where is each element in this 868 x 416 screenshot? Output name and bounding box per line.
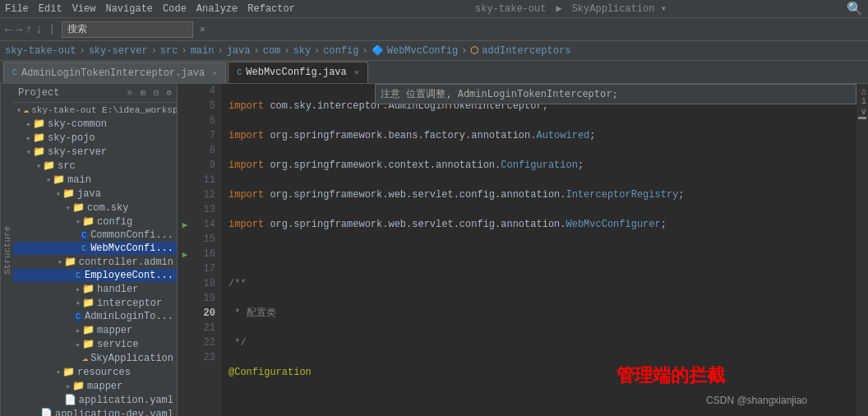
tree-config[interactable]: ▾ 📁 config [13,215,177,229]
menu-refactor[interactable]: Refactor [247,3,295,15]
nav-main[interactable]: main [191,45,215,57]
menu-file[interactable]: File [5,3,29,15]
tree-resources[interactable]: ▾ 📁 resources [13,365,177,379]
nav-config[interactable]: config [323,45,358,57]
tree-application-yaml[interactable]: 📄 application.yaml [13,393,177,407]
code-line-9: /** [229,276,856,291]
nav-com[interactable]: com [263,45,281,57]
gutter-6 [178,158,192,173]
tree-controller-admin[interactable]: ▾ 📁 controller.admin [13,255,177,269]
tree-sky-common[interactable]: ▸ 📁 sky-common [13,117,177,131]
tree-res-mapper[interactable]: ▸ 📁 mapper [13,379,177,393]
structure-tab[interactable]: Structure [0,84,13,416]
menu-code[interactable]: Code [163,3,187,15]
code-line-6: import org.springframework.web.servlet.c… [229,187,856,202]
menu-view[interactable]: View [72,3,96,15]
code-line-11: @Configuration [229,365,856,380]
tree-main[interactable]: ▾ 📁 main [13,173,177,187]
gutter-run[interactable]: ▶ [178,217,192,232]
csdn-watermark: CSDN @shangxianjiao [706,393,807,408]
nav-src[interactable]: src [160,45,178,57]
tree-service[interactable]: ▸ 📁 service [13,337,177,351]
code-line-4: import org.springframework.beans.factory… [229,128,856,143]
gutter-icons: ▶ ▶ [178,84,192,416]
scrollbar-area[interactable]: △ 1 ∨ [856,84,868,416]
menu-navigate[interactable]: Navigate [105,3,153,15]
sidebar-header: Project ≡ ⊞ ⊟ ⚙ [13,84,177,103]
tab-close-1[interactable]: ✕ [212,68,217,78]
gutter-run2[interactable]: ▶ [178,247,192,261]
gutter-2 [178,99,192,113]
menu-bar: File Edit View Navigate Code Analyze Ref… [0,0,868,18]
code-content[interactable]: import com.sky.interceptor.AdminLoginTok… [222,84,856,416]
tree-java[interactable]: ▾ 📁 java [13,187,177,201]
tab-close-2[interactable]: ✕ [354,67,359,77]
tree-src[interactable]: ▾ 📁 src [13,159,177,173]
tree-mapper[interactable]: ▸ 📁 mapper [13,323,177,337]
menu-edit[interactable]: Edit [39,3,62,15]
tree-webmvcconfi[interactable]: C WebMvcConfi... [13,242,177,255]
gutter-4 [178,128,192,143]
tab-label-2: WebMvcConfig.java [246,67,346,78]
gutter-5 [178,143,192,158]
code-line-10a: * 配置类 [229,306,856,321]
code-line-10b: */ [229,335,856,350]
nav-webmvcconfig[interactable]: WebMvcConfig [387,45,458,57]
nav-addinterceptors[interactable]: addInterceptors [482,45,570,57]
tab-webmvcconfig[interactable]: C WebMvcConfig.java ✕ [228,62,367,83]
gutter-3 [178,113,192,128]
nav-breadcrumb: sky-take-out › sky-server › src › main ›… [0,41,868,61]
tab-admin-login-interceptor[interactable]: C AdminLoginTokenInterceptor.java ✕ [3,62,226,83]
project-label: Project [18,87,59,99]
tree-com-sky[interactable]: ▾ 📁 com.sky [13,201,177,215]
tree-skyapplication[interactable]: ☁ SkyApplication [13,351,177,365]
gutter-8 [178,187,192,202]
nav-java[interactable]: java [227,45,251,57]
search-bar: ← → ↑ ↓ | ✕ [0,18,868,41]
code-line-8 [229,247,856,261]
tree-sky-pojo[interactable]: ▸ 📁 sky-pojo [13,131,177,145]
tree-employeecont[interactable]: C EmployeeCont... [13,269,177,282]
popup-tooltip: 注意 位置调整, AdminLoginTokenInterceptor; [375,84,856,104]
tree-commonconfi[interactable]: C CommonConfi... [13,229,177,242]
gutter-10 [178,232,192,247]
tree-application-dev-yaml[interactable]: 📄 application-dev.yaml [13,407,177,416]
gutter-9 [178,202,192,217]
tree-interceptor[interactable]: ▾ 📁 interceptor [13,296,177,310]
nav-sky-take-out[interactable]: sky-take-out [5,45,76,57]
sidebar: Project ≡ ⊞ ⊟ ⚙ ▾ ☁ sky-take-out E:\idea… [13,84,178,416]
tab-label-1: AdminLoginTokenInterceptor.java [21,67,205,79]
gutter-1 [178,84,192,99]
nav-sky-server[interactable]: sky-server [89,45,148,57]
code-line-7: import org.springframework.web.servlet.c… [229,217,856,232]
main-layout: Structure Project ≡ ⊞ ⊟ ⚙ ▾ ☁ sky-take-o… [0,84,868,416]
tree-adminloginto[interactable]: C AdminLoginTo... [13,310,177,323]
nav-sky[interactable]: sky [293,45,312,57]
tree-sky-server[interactable]: ▾ 📁 sky-server [13,145,177,159]
gutter-7 [178,173,192,187]
editor-area[interactable]: 注意 位置调整, AdminLoginTokenInterceptor; ▶ ▶… [178,84,868,416]
menu-analyze[interactable]: Analyze [196,3,238,15]
line-numbers: 4 5 6 7 8 9 11 12 13 14 15 16 17 18 19 2… [192,84,222,416]
search-input[interactable] [62,21,193,38]
tree-handler[interactable]: ▸ 📁 handler [13,282,177,296]
tree-root[interactable]: ▾ ☁ sky-take-out E:\idea_workspace... [13,103,177,117]
tabs-bar: C AdminLoginTokenInterceptor.java ✕ C We… [0,61,868,84]
code-line-5: import org.springframework.context.annot… [229,158,856,173]
